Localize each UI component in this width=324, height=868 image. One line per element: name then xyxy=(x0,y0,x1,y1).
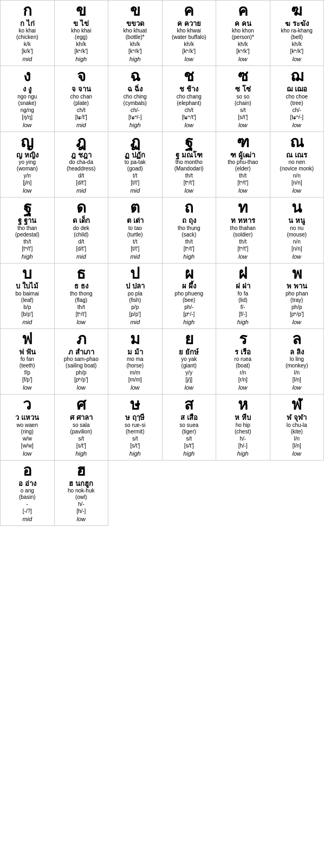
tone: high xyxy=(164,450,215,457)
eng-word: (bee) xyxy=(164,297,215,304)
thai-character: จ xyxy=(56,68,107,85)
romanization: l/n xyxy=(271,369,323,376)
eng-word: tho thung xyxy=(164,225,215,232)
consonant-cell: พ พ พาน pho phan(tray) ph/p [pʰ/p˺] low xyxy=(270,264,325,329)
thai-character: ด xyxy=(56,200,107,216)
tone: low xyxy=(271,384,323,391)
thai-word: ฟ ฟัน xyxy=(2,348,53,357)
ipa: [f/p˺] xyxy=(2,376,53,383)
tone: low xyxy=(217,56,269,62)
eng-word: kho khuat xyxy=(109,28,161,34)
eng-word: (monkey) xyxy=(271,363,323,369)
consonant-cell: ฐ ฐ ฐาน tho than(pedestal) th/t [tʰ/t˺] … xyxy=(1,198,55,263)
consonant-cell: ข ข ไข่ kho khai(egg) kh/k [kʰ/k˺] high xyxy=(55,1,109,66)
eng-word: po pla xyxy=(109,291,161,297)
consonant-cell: ฟ ฟ ฟัน fo fan(teeth) f/p [f/p˺] low xyxy=(1,329,55,394)
eng-word: tho thahan xyxy=(217,225,269,232)
romanization: n/n xyxy=(271,238,323,245)
thai-word: ย ยักษ์ xyxy=(164,348,215,357)
thai-word: ฌ เฌอ xyxy=(271,85,323,94)
consonant-cell: ซ ซ โซ่ so so(chain) s/t [s/t˺] low xyxy=(216,66,270,131)
romanization: ch/t xyxy=(56,107,107,114)
ipa: [f/-] xyxy=(217,311,269,318)
thai-word: ฏ ปฏัก xyxy=(109,151,161,160)
eng-word: bo baimai xyxy=(2,291,53,297)
thai-character: ภ xyxy=(56,331,107,348)
romanization: kh/k xyxy=(217,41,269,48)
ipa: [pʰ/p˺] xyxy=(56,376,107,383)
thai-character: ล xyxy=(271,331,323,348)
ipa: [kʰ/k˺] xyxy=(109,48,161,55)
consonant-cell: ท ท ทหาร tho thahan(soldier) th/t [tʰ/t˺… xyxy=(216,198,270,263)
ipa: [s/t˺] xyxy=(217,114,269,121)
eng-word: ro ruea xyxy=(217,356,269,363)
thai-word: ฑ ผู้เฒ่า xyxy=(217,151,269,160)
thai-word: ค คน xyxy=(217,19,269,28)
eng-word: kho khai xyxy=(56,28,107,34)
ipa: [k/k˺] xyxy=(2,48,53,55)
tone: low xyxy=(56,516,107,522)
eng-word: tho than xyxy=(2,225,53,232)
eng-word: so rue-si xyxy=(109,422,161,429)
tone: low xyxy=(271,56,323,62)
eng-word: (cymbals) xyxy=(109,100,161,107)
eng-word: cho ching xyxy=(109,94,161,100)
eng-word: to tao xyxy=(109,225,161,232)
thai-character: ฝ xyxy=(217,266,269,282)
ipa: [tʰ/t˺] xyxy=(164,245,215,252)
romanization: k/k xyxy=(2,41,53,48)
eng-word: (horse) xyxy=(109,363,161,369)
ipa: [w/w] xyxy=(2,442,53,449)
consonant-cell: ถ ถ ถุง tho thung(sack) th/t [tʰ/t˺] hig… xyxy=(163,198,217,263)
ipa: [l/n] xyxy=(271,442,323,449)
thai-word: บ ใบไม้ xyxy=(2,282,53,291)
thai-word: ท ทหาร xyxy=(217,216,269,225)
ipa: [kʰ/k˺] xyxy=(164,48,215,55)
tone: high xyxy=(217,319,269,325)
eng-word: fo fa xyxy=(217,291,269,297)
eng-word: so so xyxy=(217,94,269,100)
thai-character: ช xyxy=(164,68,215,85)
eng-word: pho phueng xyxy=(164,291,215,297)
ipa: [pʰ/p˺] xyxy=(271,311,323,318)
tone: high xyxy=(217,450,269,457)
tone: low xyxy=(217,253,269,260)
consonant-cell: ฐ ฐ มณโฑ tho montho(Mandodari) th/t [tʰ/… xyxy=(163,132,217,198)
eng-word: (child) xyxy=(56,232,107,238)
ipa: [j/n] xyxy=(2,179,53,186)
eng-word: (fish) xyxy=(109,297,161,304)
romanization: kh/k xyxy=(271,41,323,48)
ipa: [tʰ/t˺] xyxy=(56,311,107,318)
thai-word: ช ช้าง xyxy=(164,85,215,94)
romanization: h/- xyxy=(56,501,107,508)
eng-word: cho chan xyxy=(56,94,107,100)
eng-word: (tiger) xyxy=(164,429,215,435)
eng-word: (hermit) xyxy=(109,429,161,435)
ipa: [tʰ/t˺] xyxy=(217,245,269,252)
tone: low xyxy=(164,384,215,391)
consonant-cell: ช ช ช้าง cho chang(elephant) ch/t [tɕʰ/t… xyxy=(163,66,217,131)
consonant-cell: ภ ภ สำเภา pho sam-phao(sailing boat) ph/… xyxy=(55,329,109,394)
thai-character: ษ xyxy=(109,397,161,413)
thai-character: ฬ xyxy=(271,397,323,413)
eng-word: ko khai xyxy=(2,28,53,34)
thai-character: ณ xyxy=(271,134,323,151)
eng-word: (boat) xyxy=(217,363,269,369)
eng-word: (plate) xyxy=(56,100,107,107)
romanization: r/n xyxy=(217,369,269,376)
ipa: [kʰ/k˺] xyxy=(271,48,323,55)
consonant-cell: ด ด เด็ก do dek(child) d/t [d/t˺] mid xyxy=(55,198,109,263)
ipa: [tʰ/t˺] xyxy=(164,179,215,186)
romanization: ph/p xyxy=(271,304,323,311)
romanization: th/t xyxy=(164,172,215,179)
thai-character: ฟ xyxy=(2,331,53,348)
thai-character: บ xyxy=(2,266,53,282)
thai-character: ข xyxy=(56,3,107,19)
eng-word: yo ying xyxy=(2,159,53,166)
eng-word: (tree) xyxy=(271,100,323,107)
ipa: [n/n] xyxy=(271,179,323,186)
eng-word: mo ma xyxy=(109,356,161,363)
eng-word: kho ra-khang xyxy=(271,28,323,34)
eng-word: (teeth) xyxy=(2,363,53,369)
consonant-cell: ฆ ฆ ระฆัง kho ra-khang(bell) kh/k [kʰ/k˺… xyxy=(270,1,325,66)
